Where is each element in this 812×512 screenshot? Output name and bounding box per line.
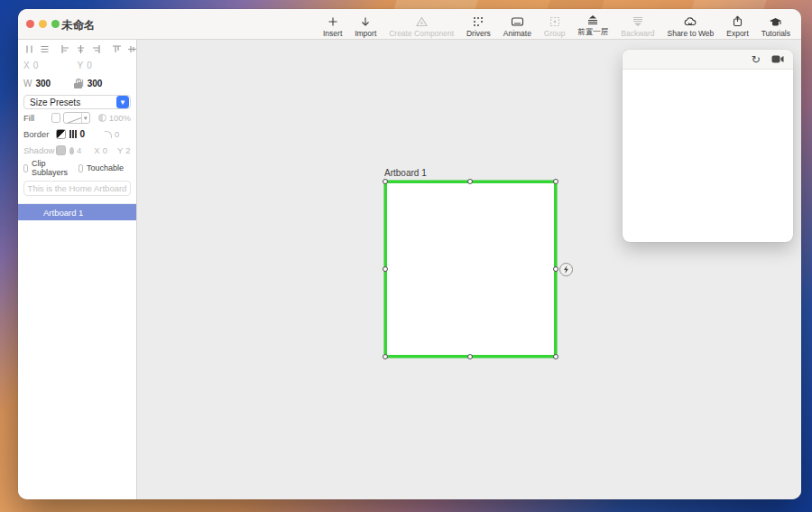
y-field[interactable]: Y 0: [78, 61, 132, 70]
window-title: 未命名: [61, 18, 96, 33]
selection-handle-n[interactable]: [467, 179, 473, 184]
border-row: Border 0 0: [18, 126, 136, 142]
border-width-icon: [69, 130, 77, 138]
selection-handle-ne[interactable]: [553, 179, 558, 184]
touchable-checkbox[interactable]: [78, 164, 83, 172]
close-button[interactable]: [26, 20, 34, 28]
title-bar: 未命名 Insert Import Create Component: [18, 9, 801, 40]
shadow-blur-field[interactable]: 4: [69, 145, 81, 155]
dotted-grid-icon: [473, 14, 484, 28]
size-presets-dropdown[interactable]: Size Presets ▼: [23, 95, 131, 109]
selection-handle-nw[interactable]: [383, 179, 388, 184]
shadow-blur-icon: [69, 147, 74, 154]
distribute-horizontal-icon[interactable]: [23, 43, 35, 55]
shadow-y-field[interactable]: Y 2: [117, 145, 131, 155]
send-backward-button[interactable]: Backward: [621, 12, 654, 38]
layer-item-artboard-1[interactable]: Artboard 1: [18, 204, 136, 220]
dashed-square-icon: [549, 14, 560, 28]
align-center-horizontal-icon[interactable]: [75, 43, 87, 55]
shadow-color-swatch[interactable]: [56, 145, 66, 155]
plus-icon: [328, 14, 338, 28]
fullscreen-button[interactable]: [51, 20, 60, 28]
align-middle-icon[interactable]: [126, 43, 138, 55]
lock-aspect-icon[interactable]: [74, 79, 82, 88]
selection-handle-s[interactable]: [467, 354, 473, 359]
add-interaction-button[interactable]: [559, 263, 573, 276]
align-left-icon[interactable]: [60, 43, 71, 55]
x-field[interactable]: X 0: [23, 61, 78, 70]
selection-handle-w[interactable]: [383, 266, 388, 272]
graduation-cap-icon: [769, 14, 782, 28]
fill-gradient-picker[interactable]: ▼: [63, 112, 90, 124]
device-icon: [511, 14, 524, 28]
layers-down-icon: [632, 14, 644, 28]
selection-handle-se[interactable]: [553, 354, 558, 359]
component-triangle-icon: [416, 14, 428, 28]
share-to-web-button[interactable]: Share to Web: [668, 12, 715, 38]
home-artboard-note: This is the Home Artboard: [23, 181, 131, 196]
height-field[interactable]: H 300: [78, 79, 132, 88]
camera-icon[interactable]: [771, 55, 784, 63]
position-row: X 0 Y 0: [18, 58, 136, 73]
selection-handle-e[interactable]: [553, 266, 558, 272]
layer-list: Artboard 1: [18, 203, 136, 220]
export-button[interactable]: Export: [726, 12, 749, 38]
options-row: Clip Sublayers Touchable: [18, 161, 136, 175]
align-top-icon[interactable]: [111, 43, 123, 55]
preview-panel: ↺: [623, 50, 793, 242]
artboard[interactable]: [384, 181, 557, 358]
fill-color-swatch[interactable]: [51, 113, 60, 123]
chevron-down-icon[interactable]: ▼: [116, 96, 129, 108]
lightning-icon: [563, 265, 569, 274]
animate-button[interactable]: Animate: [503, 12, 531, 38]
drivers-button[interactable]: Drivers: [466, 12, 491, 38]
share-icon: [733, 14, 743, 28]
fill-opacity-field[interactable]: 100%: [98, 113, 131, 123]
toolbar: Insert Import Create Component: [323, 12, 790, 38]
bring-forward-button[interactable]: 前置一层: [577, 12, 608, 38]
fill-row: Fill ▼ 100%: [18, 110, 136, 126]
distribute-vertical-icon[interactable]: [39, 43, 51, 55]
corner-radius-field[interactable]: 0: [105, 129, 119, 139]
artboard-label[interactable]: Artboard 1: [384, 168, 427, 178]
border-width-field[interactable]: 0: [80, 129, 86, 139]
group-button[interactable]: Group: [544, 12, 566, 38]
layers-up-icon: [586, 13, 599, 26]
undo-icon[interactable]: ↺: [752, 54, 761, 65]
import-button[interactable]: Import: [355, 12, 376, 38]
preview-header: ↺: [623, 50, 793, 70]
shadow-x-field[interactable]: X 0: [94, 145, 107, 155]
align-right-icon[interactable]: [90, 43, 102, 55]
width-field[interactable]: W 300: [23, 79, 78, 88]
size-row: W 300 H 300: [18, 76, 136, 91]
chevron-down-icon: ▼: [81, 113, 89, 123]
arrow-down-icon: [360, 14, 371, 28]
border-color-swatch[interactable]: [56, 129, 66, 139]
clip-sublayers-checkbox[interactable]: [23, 164, 28, 172]
insert-button[interactable]: Insert: [323, 12, 342, 38]
create-component-button[interactable]: Create Component: [389, 12, 454, 38]
selection-handle-sw[interactable]: [383, 354, 388, 359]
corner-radius-icon: [105, 131, 112, 138]
inspector-sidebar: X 0 Y 0 W 300 H 300 Size Presets ▼ Fi: [18, 40, 137, 499]
cloud-icon: [683, 14, 697, 28]
opacity-icon: [98, 114, 106, 122]
tutorials-button[interactable]: Tutorials: [761, 12, 790, 38]
shadow-row: Shadow 4 X 0 Y 2: [18, 143, 136, 158]
minimize-button[interactable]: [39, 20, 47, 28]
app-window: 未命名 Insert Import Create Component: [18, 9, 801, 499]
alignment-toolbar: [18, 40, 136, 55]
